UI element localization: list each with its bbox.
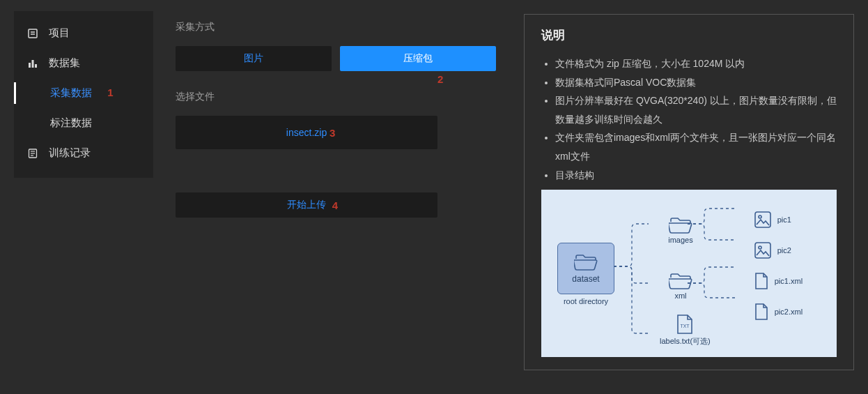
info-list: 文件格式为 zip 压缩包，大小在 1024M 以内 数据集格式同Pascal … bbox=[541, 54, 837, 184]
labels-txt-label: labels.txt(可选) bbox=[660, 336, 711, 347]
info-title: 说明 bbox=[541, 27, 837, 43]
file-icon bbox=[754, 303, 769, 321]
txt-file-icon: TXT bbox=[676, 314, 694, 335]
svg-rect-13 bbox=[755, 243, 770, 258]
sidebar-sub-annotate[interactable]: 标注数据 bbox=[14, 108, 153, 138]
directory-diagram: dataset root directory images xml T bbox=[541, 190, 837, 357]
upload-button[interactable]: 开始上传 4 bbox=[176, 192, 437, 218]
info-item: 文件格式为 zip 压缩包，大小在 1024M 以内 bbox=[555, 54, 837, 73]
svg-rect-5 bbox=[35, 64, 37, 68]
info-panel: 说明 文件格式为 zip 压缩包，大小在 1024M 以内 数据集格式同Pasc… bbox=[524, 14, 854, 370]
file-select-box[interactable]: insect.zip 3 bbox=[176, 116, 437, 149]
file-pic1xml-label: pic1.xml bbox=[775, 277, 803, 285]
chart-icon bbox=[26, 57, 39, 70]
sidebar-item-training[interactable]: 训练记录 bbox=[14, 138, 153, 168]
diagram-root: dataset root directory bbox=[554, 243, 618, 305]
folder-open-icon bbox=[669, 216, 692, 234]
svg-rect-4 bbox=[32, 60, 34, 68]
upload-button-label: 开始上传 bbox=[287, 199, 326, 211]
annotation-4: 4 bbox=[332, 199, 338, 211]
image-file-icon bbox=[754, 211, 772, 229]
folder-open-icon bbox=[574, 253, 598, 271]
folder-images-label: images bbox=[668, 236, 692, 244]
file-pic2xml: pic2.xml bbox=[754, 303, 803, 321]
folder-xml: xml bbox=[660, 272, 702, 300]
svg-rect-0 bbox=[29, 29, 37, 38]
file-pic2: pic2 bbox=[754, 241, 803, 259]
sidebar-sub-collect[interactable]: 采集数据 1 bbox=[14, 78, 153, 108]
project-icon bbox=[26, 27, 39, 40]
svg-point-14 bbox=[759, 246, 761, 249]
tab-zip-label: 压缩包 bbox=[403, 52, 433, 65]
diagram-folders: images xml bbox=[660, 216, 711, 300]
sidebar-item-project[interactable]: 项目 bbox=[14, 18, 153, 48]
sidebar-sub-collect-label: 采集数据 bbox=[50, 86, 92, 98]
sidebar-sub-annotate-label: 标注数据 bbox=[50, 116, 92, 128]
root-folder-label: dataset bbox=[572, 274, 599, 284]
collect-method-label: 采集方式 bbox=[176, 21, 524, 33]
sidebar-item-dataset[interactable]: 数据集 bbox=[14, 48, 153, 78]
file-pic2xml-label: pic2.xml bbox=[775, 308, 803, 316]
annotation-1: 1 bbox=[107, 86, 113, 98]
info-item: 图片分辨率最好在 QVGA(320*240) 以上，图片数量没有限制，但数量越多… bbox=[555, 91, 837, 128]
file-pic1xml: pic1.xml bbox=[754, 272, 803, 290]
sidebar-label-project: 项目 bbox=[49, 26, 70, 40]
labels-txt: TXT labels.txt(可选) bbox=[660, 314, 711, 347]
sidebar: 项目 数据集 采集数据 1 标注数据 训练记录 bbox=[14, 11, 153, 178]
root-folder: dataset bbox=[557, 243, 614, 294]
root-directory-label: root directory bbox=[564, 297, 608, 305]
file-icon bbox=[754, 272, 769, 290]
sidebar-label-dataset: 数据集 bbox=[49, 56, 80, 70]
main-form: 采集方式 图片 压缩包 2 选择文件 insect.zip 3 开始上传 4 bbox=[176, 0, 524, 394]
svg-rect-11 bbox=[755, 212, 770, 227]
select-file-label: 选择文件 bbox=[176, 91, 524, 103]
info-item: 目录结构 bbox=[555, 166, 837, 185]
image-file-icon bbox=[754, 241, 772, 259]
svg-point-12 bbox=[759, 215, 761, 218]
annotation-3: 3 bbox=[330, 127, 335, 139]
record-icon bbox=[26, 147, 39, 160]
folder-images: images bbox=[660, 216, 702, 244]
file-pic1-label: pic1 bbox=[777, 215, 791, 224]
sidebar-label-training: 训练记录 bbox=[49, 146, 91, 160]
info-item: 文件夹需包含images和xml两个文件夹，且一张图片对应一个同名xml文件 bbox=[555, 128, 837, 165]
info-item: 数据集格式同Pascal VOC数据集 bbox=[555, 73, 837, 92]
file-pic2-label: pic2 bbox=[777, 246, 791, 255]
annotation-2: 2 bbox=[437, 73, 443, 85]
tab-image[interactable]: 图片 bbox=[176, 46, 332, 71]
collect-method-tabs: 图片 压缩包 2 bbox=[176, 46, 496, 71]
folder-xml-label: xml bbox=[674, 291, 686, 300]
folder-open-icon bbox=[669, 272, 692, 290]
file-pic1: pic1 bbox=[754, 211, 803, 229]
file-name: insect.zip bbox=[286, 127, 327, 138]
svg-text:TXT: TXT bbox=[681, 324, 690, 328]
tab-image-label: 图片 bbox=[244, 52, 263, 65]
tab-zip[interactable]: 压缩包 2 bbox=[340, 46, 496, 71]
diagram-files: pic1 pic2 pic1.xml pic2.xml bbox=[754, 211, 803, 321]
svg-rect-3 bbox=[29, 63, 31, 68]
